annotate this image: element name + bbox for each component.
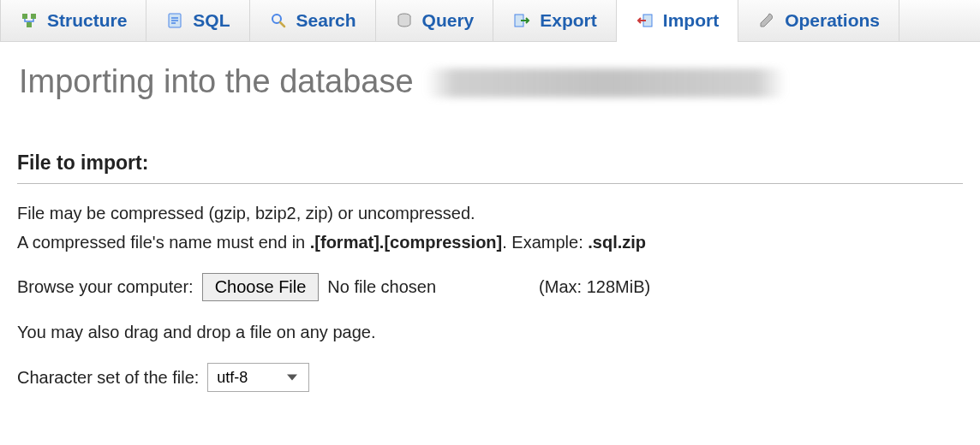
- tab-label: SQL: [193, 10, 230, 31]
- export-icon: [512, 11, 531, 30]
- dragdrop-hint: You may also drag and drop a file on any…: [17, 320, 963, 344]
- tab-label: Query: [422, 10, 475, 31]
- query-icon: [395, 11, 414, 30]
- max-size-label: (Max: 128MiB): [539, 277, 650, 297]
- charset-select[interactable]: utf-8: [207, 363, 309, 392]
- tab-search[interactable]: Search: [250, 0, 376, 41]
- svg-rect-2: [27, 22, 32, 27]
- page-title: Importing into the database: [19, 63, 980, 100]
- tab-sql[interactable]: SQL: [146, 0, 249, 41]
- database-name-redacted: [426, 68, 786, 98]
- compress-rule-pre: A compressed file's name must end in: [17, 233, 310, 252]
- tab-query[interactable]: Query: [376, 0, 494, 41]
- svg-rect-0: [22, 14, 27, 19]
- compress-rule-line: A compressed file's name must end in .[f…: [17, 230, 963, 254]
- tab-export[interactable]: Export: [493, 0, 617, 41]
- choose-file-button[interactable]: Choose File: [202, 273, 320, 301]
- wrench-icon: [757, 11, 776, 30]
- charset-label: Character set of the file:: [17, 368, 199, 388]
- section-title: File to import:: [17, 151, 963, 184]
- tab-label: Search: [296, 10, 356, 31]
- compress-info-line: File may be compressed (gzip, bzip2, zip…: [17, 201, 963, 225]
- tab-structure[interactable]: Structure: [0, 0, 146, 41]
- svg-line-5: [280, 22, 284, 27]
- tab-operations[interactable]: Operations: [738, 0, 899, 41]
- charset-row: Character set of the file: utf-8: [17, 363, 963, 392]
- sql-icon: [165, 11, 184, 30]
- compress-pattern: .[format].[compression]: [310, 233, 502, 252]
- file-chosen-status: No file chosen: [327, 277, 436, 297]
- browse-row: Browse your computer: Choose File No fil…: [17, 273, 963, 301]
- structure-icon: [20, 11, 39, 30]
- search-icon: [269, 11, 288, 30]
- tab-import[interactable]: Import: [617, 0, 738, 41]
- compress-rule-mid: . Example:: [502, 233, 588, 252]
- compress-example: .sql.zip: [588, 233, 646, 252]
- tab-label: Operations: [785, 10, 880, 31]
- charset-select-wrap: utf-8: [207, 363, 309, 392]
- tab-label: Import: [663, 10, 719, 31]
- tab-label: Structure: [47, 10, 127, 31]
- tab-label: Export: [540, 10, 597, 31]
- file-import-section: File to import: File may be compressed (…: [17, 151, 963, 392]
- svg-rect-1: [31, 14, 36, 19]
- browse-label: Browse your computer:: [17, 277, 194, 297]
- tab-bar: Structure SQL Search Query Export Import: [0, 0, 980, 42]
- import-icon: [636, 11, 654, 30]
- page-title-prefix: Importing into the database: [19, 63, 414, 100]
